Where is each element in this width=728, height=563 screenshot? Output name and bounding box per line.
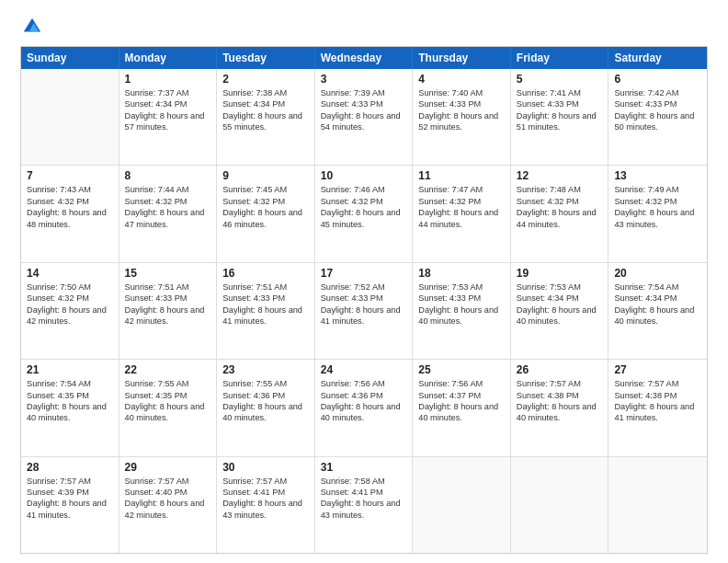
day-cell-19: 19Sunrise: 7:53 AMSunset: 4:34 PMDayligh… (511, 263, 609, 359)
calendar-row-0: 1Sunrise: 7:37 AMSunset: 4:34 PMDaylight… (21, 69, 707, 165)
day-cell-30: 30Sunrise: 7:57 AMSunset: 4:41 PMDayligh… (217, 457, 315, 553)
day-info: Sunrise: 7:46 AMSunset: 4:32 PMDaylight:… (321, 184, 407, 230)
calendar-row-2: 14Sunrise: 7:50 AMSunset: 4:32 PMDayligh… (21, 262, 707, 359)
day-cell-2: 2Sunrise: 7:38 AMSunset: 4:34 PMDaylight… (217, 69, 315, 165)
calendar-row-3: 21Sunrise: 7:54 AMSunset: 4:35 PMDayligh… (21, 359, 707, 455)
day-cell-18: 18Sunrise: 7:53 AMSunset: 4:33 PMDayligh… (413, 263, 511, 359)
calendar-row-1: 7Sunrise: 7:43 AMSunset: 4:32 PMDaylight… (21, 165, 707, 261)
day-cell-20: 20Sunrise: 7:54 AMSunset: 4:34 PMDayligh… (609, 263, 707, 359)
day-cell-6: 6Sunrise: 7:42 AMSunset: 4:33 PMDaylight… (609, 69, 707, 165)
day-info: Sunrise: 7:57 AMSunset: 4:38 PMDaylight:… (517, 378, 603, 424)
day-info: Sunrise: 7:41 AMSunset: 4:33 PMDaylight:… (517, 87, 603, 133)
day-number: 17 (321, 267, 407, 280)
day-info: Sunrise: 7:51 AMSunset: 4:33 PMDaylight:… (125, 282, 211, 327)
day-cell-1: 1Sunrise: 7:37 AMSunset: 4:34 PMDaylight… (119, 69, 218, 165)
day-cell-5: 5Sunrise: 7:41 AMSunset: 4:33 PMDaylight… (511, 69, 609, 165)
day-cell-31: 31Sunrise: 7:58 AMSunset: 4:41 PMDayligh… (315, 457, 414, 553)
day-cell-24: 24Sunrise: 7:56 AMSunset: 4:36 PMDayligh… (315, 360, 414, 455)
day-info: Sunrise: 7:37 AMSunset: 4:34 PMDaylight:… (125, 87, 211, 133)
day-number: 30 (222, 461, 309, 474)
day-info: Sunrise: 7:42 AMSunset: 4:33 PMDaylight:… (614, 87, 701, 133)
day-number: 27 (614, 363, 701, 376)
empty-cell (21, 69, 119, 165)
day-cell-27: 27Sunrise: 7:57 AMSunset: 4:38 PMDayligh… (609, 360, 707, 455)
day-info: Sunrise: 7:57 AMSunset: 4:39 PMDaylight:… (27, 476, 113, 522)
day-cell-25: 25Sunrise: 7:56 AMSunset: 4:37 PMDayligh… (413, 360, 511, 455)
page: SundayMondayTuesdayWednesdayThursdayFrid… (0, 0, 728, 563)
day-cell-23: 23Sunrise: 7:55 AMSunset: 4:36 PMDayligh… (217, 360, 315, 455)
day-cell-28: 28Sunrise: 7:57 AMSunset: 4:39 PMDayligh… (21, 457, 119, 553)
day-info: Sunrise: 7:49 AMSunset: 4:32 PMDaylight:… (614, 184, 701, 230)
day-cell-14: 14Sunrise: 7:50 AMSunset: 4:32 PMDayligh… (21, 263, 119, 359)
day-number: 26 (517, 363, 603, 376)
day-info: Sunrise: 7:52 AMSunset: 4:33 PMDaylight:… (321, 282, 407, 327)
day-number: 22 (125, 363, 211, 376)
day-info: Sunrise: 7:51 AMSunset: 4:33 PMDaylight:… (222, 282, 309, 327)
day-cell-3: 3Sunrise: 7:39 AMSunset: 4:33 PMDaylight… (315, 69, 414, 165)
day-number: 23 (222, 363, 309, 376)
day-number: 25 (418, 363, 505, 376)
day-number: 28 (27, 461, 113, 474)
day-info: Sunrise: 7:56 AMSunset: 4:37 PMDaylight:… (418, 378, 505, 424)
day-info: Sunrise: 7:45 AMSunset: 4:32 PMDaylight:… (222, 184, 309, 230)
day-cell-7: 7Sunrise: 7:43 AMSunset: 4:32 PMDaylight… (21, 166, 119, 261)
day-number: 24 (321, 363, 407, 376)
day-info: Sunrise: 7:44 AMSunset: 4:32 PMDaylight:… (125, 184, 211, 230)
day-cell-22: 22Sunrise: 7:55 AMSunset: 4:35 PMDayligh… (119, 360, 218, 455)
day-number: 21 (27, 363, 113, 376)
day-info: Sunrise: 7:58 AMSunset: 4:41 PMDaylight:… (321, 476, 407, 522)
day-info: Sunrise: 7:38 AMSunset: 4:34 PMDaylight:… (222, 87, 309, 133)
day-cell-21: 21Sunrise: 7:54 AMSunset: 4:35 PMDayligh… (21, 360, 119, 455)
day-number: 10 (321, 169, 407, 182)
day-number: 7 (27, 169, 113, 182)
day-cell-15: 15Sunrise: 7:51 AMSunset: 4:33 PMDayligh… (119, 263, 218, 359)
calendar-row-4: 28Sunrise: 7:57 AMSunset: 4:39 PMDayligh… (21, 456, 707, 553)
day-info: Sunrise: 7:57 AMSunset: 4:38 PMDaylight:… (614, 378, 701, 424)
day-info: Sunrise: 7:54 AMSunset: 4:34 PMDaylight:… (614, 282, 701, 327)
day-info: Sunrise: 7:57 AMSunset: 4:41 PMDaylight:… (222, 476, 309, 522)
calendar-header: SundayMondayTuesdayWednesdayThursdayFrid… (21, 47, 707, 69)
day-info: Sunrise: 7:50 AMSunset: 4:32 PMDaylight:… (27, 282, 113, 327)
empty-cell (609, 457, 707, 553)
calendar: SundayMondayTuesdayWednesdayThursdayFrid… (20, 46, 708, 554)
day-number: 11 (418, 169, 505, 182)
day-cell-12: 12Sunrise: 7:48 AMSunset: 4:32 PMDayligh… (511, 166, 609, 261)
day-cell-10: 10Sunrise: 7:46 AMSunset: 4:32 PMDayligh… (315, 166, 414, 261)
day-info: Sunrise: 7:55 AMSunset: 4:36 PMDaylight:… (222, 378, 309, 424)
day-cell-11: 11Sunrise: 7:47 AMSunset: 4:32 PMDayligh… (413, 166, 511, 261)
logo (20, 17, 42, 37)
day-info: Sunrise: 7:48 AMSunset: 4:32 PMDaylight:… (517, 184, 603, 230)
day-info: Sunrise: 7:43 AMSunset: 4:32 PMDaylight:… (27, 184, 113, 230)
day-number: 13 (614, 169, 701, 182)
day-number: 14 (27, 267, 113, 280)
day-cell-29: 29Sunrise: 7:57 AMSunset: 4:40 PMDayligh… (119, 457, 218, 553)
day-number: 31 (321, 461, 407, 474)
day-number: 3 (321, 73, 407, 86)
day-number: 16 (222, 267, 309, 280)
day-number: 9 (222, 169, 309, 182)
day-number: 20 (614, 267, 701, 280)
day-number: 29 (125, 461, 211, 474)
day-number: 8 (125, 169, 211, 182)
day-number: 18 (418, 267, 505, 280)
header (20, 17, 708, 37)
day-number: 4 (418, 73, 505, 86)
day-info: Sunrise: 7:47 AMSunset: 4:32 PMDaylight:… (418, 184, 505, 230)
day-number: 1 (125, 73, 211, 86)
day-number: 5 (517, 73, 603, 86)
day-cell-26: 26Sunrise: 7:57 AMSunset: 4:38 PMDayligh… (511, 360, 609, 455)
weekday-header-monday: Monday (119, 47, 218, 69)
weekday-header-tuesday: Tuesday (217, 47, 315, 69)
day-info: Sunrise: 7:57 AMSunset: 4:40 PMDaylight:… (125, 476, 211, 522)
day-number: 12 (517, 169, 603, 182)
day-info: Sunrise: 7:39 AMSunset: 4:33 PMDaylight:… (321, 87, 407, 133)
logo-icon (22, 17, 42, 37)
day-info: Sunrise: 7:53 AMSunset: 4:33 PMDaylight:… (418, 282, 505, 327)
day-number: 6 (614, 73, 701, 86)
day-cell-17: 17Sunrise: 7:52 AMSunset: 4:33 PMDayligh… (315, 263, 414, 359)
day-cell-9: 9Sunrise: 7:45 AMSunset: 4:32 PMDaylight… (217, 166, 315, 261)
day-number: 19 (517, 267, 603, 280)
weekday-header-thursday: Thursday (413, 47, 511, 69)
calendar-body: 1Sunrise: 7:37 AMSunset: 4:34 PMDaylight… (21, 69, 707, 553)
empty-cell (511, 457, 609, 553)
